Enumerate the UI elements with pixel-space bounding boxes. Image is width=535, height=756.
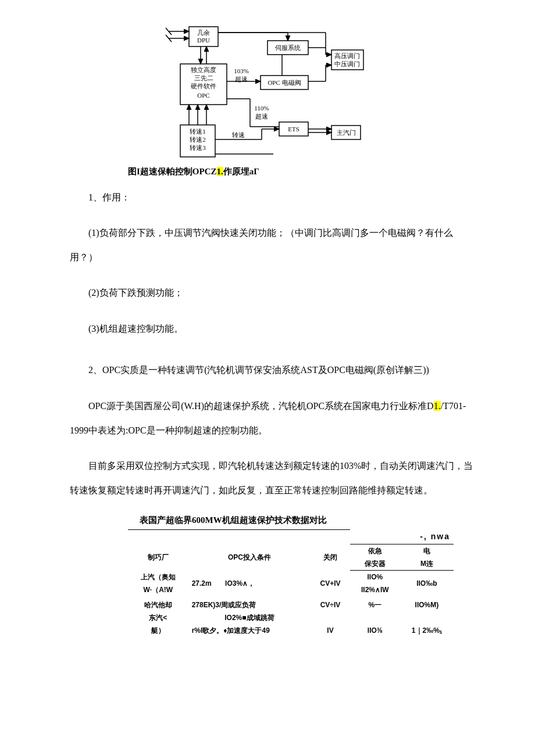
th-emergency-a: 依急 xyxy=(350,544,400,558)
svg-text:超速: 超速 xyxy=(235,76,248,83)
r3-emg: IIO⅜ xyxy=(350,624,400,637)
r3-elec: 1｜2‰%₁ xyxy=(400,624,454,637)
th-elec-a: 电 xyxy=(400,544,454,558)
svg-text:主汽门: 主汽门 xyxy=(337,129,356,136)
svg-text:超速: 超速 xyxy=(255,113,268,120)
r1-elec: IIO‰b xyxy=(400,571,454,597)
p6-highlight: 1. xyxy=(434,401,441,411)
caption-part-a: 图I超速保帕控制OPCZ xyxy=(128,167,217,176)
svg-text:OPC 电磁阀: OPC 电磁阀 xyxy=(268,79,301,86)
svg-text:三先二: 三先二 xyxy=(194,74,213,81)
svg-text:110%: 110% xyxy=(254,105,269,112)
svg-text:转速: 转速 xyxy=(232,131,245,138)
r1-close: CV+IV xyxy=(311,571,350,597)
th-manufacturer: 制巧厂 xyxy=(128,544,188,571)
r1-emg-a: IIO% xyxy=(350,571,400,584)
r3-close: IV xyxy=(311,624,350,637)
r3-cond-a: IO2%■成域跳荷 xyxy=(188,611,311,624)
r2-emg: %一 xyxy=(350,596,400,611)
caption-part-b: 作原埋aΓ xyxy=(223,167,259,176)
paragraph-1: 1、作用： xyxy=(70,185,477,210)
svg-text:高压调门: 高压调门 xyxy=(334,52,360,59)
svg-text:转速1: 转速1 xyxy=(190,128,206,135)
svg-text:ETS: ETS xyxy=(288,126,299,132)
paragraph-7: 目前多采用双位控制方式实现，即汽轮机转速达到额定转速的103%时，自动关闭调速汽… xyxy=(70,454,477,502)
svg-text:中压调门: 中压调门 xyxy=(334,60,360,67)
r1-mfr-a: 上汽（奥知 xyxy=(128,571,188,584)
svg-text:103%: 103% xyxy=(234,67,249,74)
th-elec-b: M连 xyxy=(400,557,454,571)
node-dpu-l1: 几余DPU xyxy=(197,29,210,44)
svg-text:转速3: 转速3 xyxy=(190,144,206,151)
figure-caption: 图I超速保帕控制OPCZ1.作原埋aΓ xyxy=(128,165,477,178)
r1-emg-b: II2%∧IW xyxy=(350,583,400,596)
r1-cond-a: 27.2m xyxy=(192,579,212,587)
paragraph-3: (2)负荷下跌预测功能； xyxy=(70,281,477,305)
th-emergency-b: 保安器 xyxy=(350,557,400,571)
svg-text:独立高度: 独立高度 xyxy=(191,66,216,73)
table-header-nwa: -, nwa xyxy=(350,529,454,544)
p6-part-a: OPC源于美国西屋公司(W.H)的超速保护系统，汽轮机OPC系统在国家电力行业标… xyxy=(88,401,434,411)
r3-cond-b: r%I歌夕。♦加速度大于49 xyxy=(188,624,311,637)
r1-cond-b: IO3%∧， xyxy=(225,579,255,587)
paragraph-4: (3)机组超速控制功能。 xyxy=(70,317,477,341)
block-diagram: 几余DPU xyxy=(157,23,477,163)
svg-text:硬件软件: 硬件软件 xyxy=(191,83,216,89)
paragraph-5: 2、OPC实质是一种转速调节(汽轮机调节保安油系统AST及OPC电磁阀(原创详解… xyxy=(70,358,477,382)
r3-mfr-a: 东汽< xyxy=(128,611,188,624)
diagram-svg: 几余DPU xyxy=(157,23,366,163)
r2-elec: IIO%M) xyxy=(400,596,454,611)
table-title: 表国产超临界600MW机组超速保护技术数据对比 xyxy=(140,514,477,527)
svg-text:伺服系统: 伺服系统 xyxy=(275,44,301,51)
r2-cond: 278EK)3/周或应负荷 xyxy=(188,596,311,611)
caption-highlight: 1. xyxy=(217,167,223,176)
svg-text:OPC: OPC xyxy=(197,92,209,99)
r2-mfr: 哈汽他却 xyxy=(128,596,188,611)
r2-close: CV÷IV xyxy=(311,596,350,611)
th-close: 关闭 xyxy=(311,544,350,571)
th-opc-condition: OPC投入条件 xyxy=(188,544,311,571)
comparison-table: -, nwa 制巧厂 OPC投入条件 关闭 依急 电 保安器 M连 上汽（奥知 … xyxy=(128,529,454,637)
r1-mfr-b: W·（A!W xyxy=(128,583,188,596)
paragraph-6: OPC源于美国西屋公司(W.H)的超速保护系统，汽轮机OPC系统在国家电力行业标… xyxy=(70,394,477,442)
svg-text:转速2: 转速2 xyxy=(190,136,206,143)
r3-mfr-b: 艇） xyxy=(128,624,188,637)
paragraph-2: (1)负荷部分下跌，中压调节汽阀快速关闭功能；（中调门比高调门多一个电磁阀？有什… xyxy=(70,221,477,269)
